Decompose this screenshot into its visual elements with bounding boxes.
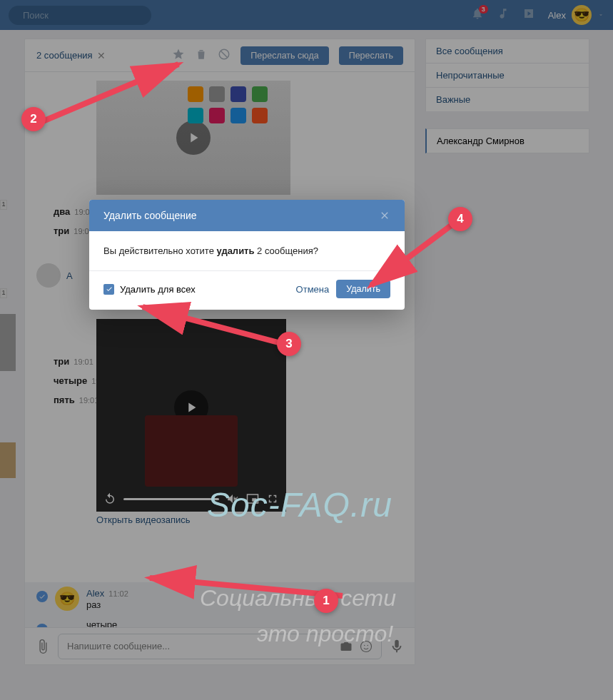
annotation-marker-1: 1 <box>314 589 338 613</box>
checkbox-label: Удалить для всех <box>120 284 196 295</box>
svg-line-7 <box>143 307 278 343</box>
annotation-marker-2: 2 <box>21 107 46 131</box>
delete-for-all-checkbox[interactable] <box>103 284 114 295</box>
watermark: Soc-FAQ.ru <box>207 485 392 524</box>
svg-line-5 <box>43 64 178 121</box>
annotation-marker-4: 4 <box>448 207 472 231</box>
annotation-arrow <box>36 57 193 128</box>
annotation-marker-3: 3 <box>277 332 301 356</box>
svg-line-8 <box>150 578 343 596</box>
cancel-button[interactable]: Отмена <box>296 284 330 295</box>
svg-line-6 <box>371 221 457 285</box>
watermark: это просто! <box>257 621 393 647</box>
modal-title: Удалить сообщение <box>103 210 197 221</box>
annotation-arrow <box>136 300 293 357</box>
